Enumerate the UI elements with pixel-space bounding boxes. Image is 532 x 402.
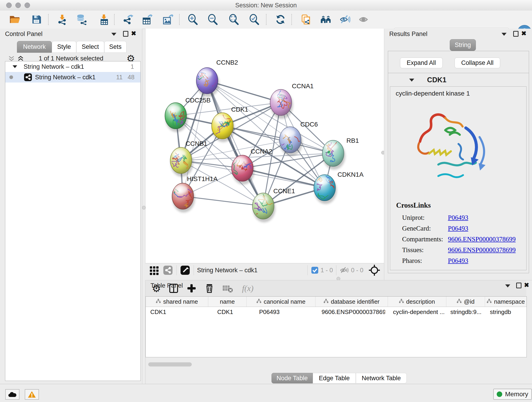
open-session-icon[interactable] (9, 13, 21, 26)
hierarchy-icon (256, 298, 261, 305)
navigator-icon[interactable] (180, 265, 190, 275)
cloud-icon (8, 391, 17, 397)
fit-content-crosshair-icon[interactable] (368, 264, 380, 276)
cell-shared-name[interactable]: CDK1 (146, 307, 205, 317)
zoom-in-icon[interactable] (187, 13, 199, 26)
refresh-icon[interactable] (274, 13, 286, 26)
string-network-graph[interactable]: CCNB2CCNA1CDC25BCDK1CDC6RB1CCNB1CCNA2CDK… (146, 29, 384, 263)
gene-expander-icon[interactable] (409, 79, 414, 82)
cell-database-identifier[interactable]: 9606.ENSP00000378699 (320, 307, 385, 317)
gene-symbol: CDK1 (427, 76, 446, 84)
column-header[interactable]: name (208, 297, 247, 307)
tab-network[interactable]: Network (17, 41, 52, 53)
column-header[interactable]: description (388, 297, 446, 307)
cell-namespace[interactable]: stringdb (484, 307, 526, 317)
network-canvas[interactable]: CCNB2CCNA1CDC25BCDK1CDC6RB1CCNB1CCNA2CDK… (145, 29, 384, 263)
crosslink-value[interactable]: 9606.ENSP00000378699 (448, 235, 516, 243)
function-builder-icon[interactable]: f(x) (242, 283, 253, 293)
crosslinks-list: Uniprot: P06493 GeneCard: P06493 Compart… (402, 212, 521, 266)
hidden-eye-icon[interactable] (340, 266, 349, 274)
cell-id[interactable]: stringdb:9... (444, 307, 484, 317)
hide-selected-icon[interactable] (339, 13, 351, 26)
import-network-file-icon[interactable] (56, 13, 68, 26)
first-neighbors-icon[interactable] (320, 13, 332, 26)
table-header-row: shared name name canonical name database… (146, 297, 526, 307)
table-panel-float-icon[interactable] (516, 283, 521, 288)
memory-button[interactable]: Memory (493, 389, 532, 400)
cell-canonical-name[interactable]: P06493 (251, 307, 320, 317)
svg-text:CDC25B: CDC25B (185, 97, 210, 104)
add-column-icon[interactable] (186, 283, 196, 293)
tab-network-table[interactable]: Network Table (356, 373, 407, 383)
copy-network-icon[interactable] (300, 13, 312, 26)
left-splitter-handle[interactable] (142, 206, 146, 210)
control-panel-close-icon[interactable]: ✖ (131, 31, 136, 36)
import-table-file-icon[interactable] (98, 13, 110, 26)
column-header[interactable]: @id (446, 297, 485, 307)
export-image-icon[interactable] (162, 13, 174, 26)
cell-description[interactable]: cyclin-dependent ... (385, 307, 444, 317)
results-panel-collapse-icon[interactable] (501, 33, 507, 36)
save-session-icon[interactable] (31, 13, 42, 26)
column-header[interactable]: database identifier (316, 297, 388, 307)
toolbar-separator (266, 14, 266, 25)
control-panel-float-icon[interactable] (123, 31, 128, 37)
table-panel-collapse-icon[interactable] (505, 284, 510, 287)
crosslink-label: Compartments: (402, 235, 448, 243)
cloud-status-button[interactable] (5, 389, 19, 400)
crosslink-value[interactable]: 9606.ENSP00000378699 (448, 246, 516, 254)
zoom-fit-icon[interactable] (228, 13, 240, 26)
tab-string[interactable]: String (450, 39, 476, 51)
tab-edge-table[interactable]: Edge Table (313, 373, 356, 383)
import-network-database-icon[interactable] (76, 13, 88, 26)
export-table-icon[interactable] (141, 13, 153, 26)
tab-style[interactable]: Style (52, 41, 76, 53)
collapse-all-button[interactable]: Collapse All (455, 57, 500, 68)
tab-node-table[interactable]: Node Table (272, 373, 313, 383)
collection-expander-icon[interactable] (13, 65, 17, 68)
selected-checkbox-icon[interactable] (311, 266, 319, 274)
expand-all-button[interactable]: Expand All (400, 57, 443, 68)
hierarchy-icon (487, 298, 492, 305)
string-network-icon (24, 73, 32, 81)
zoom-selected-icon[interactable] (248, 13, 260, 26)
table-toolbar: ⚙ f(x) (146, 280, 526, 296)
show-all-icon[interactable] (357, 13, 369, 26)
column-header[interactable]: canonical name (247, 297, 316, 307)
titlebar: Session: New Session (0, 0, 532, 11)
grid-view-icon[interactable] (149, 265, 159, 275)
table-panel-close-icon[interactable]: ✖ (524, 283, 529, 287)
crosslink-value[interactable]: P06493 (448, 214, 468, 221)
selected-counts: 1 - 0 (321, 267, 333, 274)
crosslink-label: GeneCard: (402, 225, 448, 232)
zoom-out-icon[interactable] (207, 13, 219, 26)
collection-count: 1 (131, 63, 134, 70)
hierarchy-icon (156, 298, 161, 305)
network-node-CDC25B: CDC25B (165, 97, 210, 129)
control-panel-collapse-icon[interactable] (111, 33, 116, 36)
svg-text:CCNB2: CCNB2 (216, 59, 238, 66)
toolbar-separator (307, 265, 308, 275)
warning-status-button[interactable] (25, 389, 39, 400)
crosslink-value[interactable]: P06493 (448, 257, 468, 264)
column-header[interactable]: namespace (485, 297, 526, 307)
delete-column-icon[interactable] (204, 283, 215, 293)
export-network-icon[interactable] (122, 13, 134, 26)
hierarchy-icon (323, 298, 329, 305)
network-collection-row[interactable]: String Network – cdk1 1 (5, 61, 140, 72)
network-row[interactable]: String Network – cdk1 11 48 (5, 72, 140, 83)
svg-text:CCNE1: CCNE1 (273, 187, 295, 195)
network-view-icon[interactable] (163, 265, 173, 275)
table-row[interactable]: CDK1 CDK1 P06493 9606.ENSP00000378699 cy… (146, 307, 526, 317)
delete-table-icon[interactable] (222, 284, 233, 293)
cell-name[interactable]: CDK1 (205, 307, 251, 317)
results-panel-float-icon[interactable] (513, 31, 519, 37)
tab-select[interactable]: Select (76, 41, 104, 53)
crosslink-value[interactable]: P06493 (448, 225, 468, 232)
svg-text:CCNB1: CCNB1 (186, 140, 207, 147)
results-panel-close-icon[interactable]: ✖ (521, 31, 526, 36)
network-edge-count: 48 (128, 74, 134, 81)
svg-text:CDC6: CDC6 (300, 121, 318, 128)
column-header[interactable]: shared name (146, 297, 208, 307)
tab-sets[interactable]: Sets (104, 41, 127, 53)
